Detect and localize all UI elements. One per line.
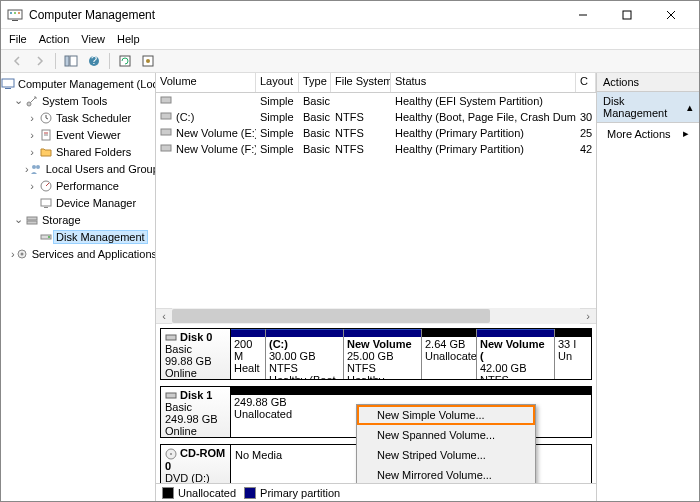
svg-rect-37 <box>161 145 171 151</box>
clock-icon <box>39 111 53 125</box>
close-button[interactable] <box>649 1 693 29</box>
disk-row[interactable]: Disk 0 Basic 99.88 GB Online 200 MHealt … <box>160 328 592 380</box>
expand-icon[interactable]: › <box>25 180 39 192</box>
volume-list[interactable]: SimpleBasicHealthy (EFI System Partition… <box>156 93 596 157</box>
svg-rect-39 <box>166 393 176 398</box>
svg-rect-0 <box>8 10 22 19</box>
scroll-thumb[interactable] <box>172 309 490 323</box>
show-hide-tree-button[interactable] <box>61 51 81 71</box>
partition[interactable]: New Volume (42.00 GB NTFSHealthy (Prima <box>477 329 555 379</box>
disk-map: Disk 0 Basic 99.88 GB Online 200 MHealt … <box>156 324 596 483</box>
menu-new-simple-volume[interactable]: New Simple Volume... <box>357 405 535 425</box>
tree-root[interactable]: Computer Management (Local <box>18 78 156 90</box>
navigation-tree[interactable]: Computer Management (Local ⌄System Tools… <box>1 73 156 501</box>
collapse-icon[interactable]: ⌄ <box>11 213 25 226</box>
volume-icon <box>160 110 174 124</box>
device-icon <box>39 196 53 210</box>
chevron-right-icon: ▸ <box>683 127 689 140</box>
title-bar: Computer Management <box>1 1 699 29</box>
volume-row[interactable]: (C:)SimpleBasicNTFSHealthy (Boot, Page F… <box>156 109 596 125</box>
svg-rect-28 <box>27 217 37 220</box>
tree-event-viewer[interactable]: Event Viewer <box>56 129 121 141</box>
list-scrollbar[interactable]: ‹ › <box>156 308 596 324</box>
legend-swatch-unallocated <box>162 487 174 499</box>
folder-icon <box>39 145 53 159</box>
tree-device-manager[interactable]: Device Manager <box>56 197 136 209</box>
menu-file[interactable]: File <box>9 33 27 45</box>
col-fs[interactable]: File System <box>331 73 391 92</box>
svg-text:?: ? <box>91 55 97 66</box>
svg-point-15 <box>146 59 150 63</box>
svg-point-18 <box>27 102 31 106</box>
svg-rect-1 <box>12 20 18 21</box>
collapse-icon[interactable]: ⌄ <box>11 94 25 107</box>
maximize-button[interactable] <box>605 1 649 29</box>
scroll-right-button[interactable]: › <box>580 308 596 324</box>
expand-icon[interactable]: › <box>25 129 39 141</box>
menu-help[interactable]: Help <box>117 33 140 45</box>
tree-performance[interactable]: Performance <box>56 180 119 192</box>
disk-info: Disk 0 Basic 99.88 GB Online <box>161 329 231 379</box>
disk-info: CD-ROM 0 DVD (D:) <box>161 445 231 483</box>
menu-new-spanned-volume[interactable]: New Spanned Volume... <box>357 425 535 445</box>
tree-disk-management[interactable]: Disk Management <box>53 230 148 244</box>
partition[interactable]: New Volume25.00 GB NTFSHealthy (Prima <box>344 329 422 379</box>
tree-shared-folders[interactable]: Shared Folders <box>56 146 131 158</box>
context-menu: New Simple Volume... New Spanned Volume.… <box>356 404 536 483</box>
col-volume[interactable]: Volume <box>156 73 256 92</box>
tools-icon <box>25 94 39 108</box>
volume-row[interactable]: New Volume (E:)SimpleBasicNTFSHealthy (P… <box>156 125 596 141</box>
tree-services[interactable]: Services and Applications <box>32 248 156 260</box>
menu-view[interactable]: View <box>81 33 105 45</box>
cd-icon <box>165 448 177 460</box>
col-layout[interactable]: Layout <box>256 73 299 92</box>
svg-point-24 <box>36 165 40 169</box>
more-actions-item[interactable]: More Actions▸ <box>597 123 699 144</box>
volume-row[interactable]: New Volume (F:)SimpleBasicNTFSHealthy (P… <box>156 141 596 157</box>
refresh-button[interactable] <box>115 51 135 71</box>
tree-local-users[interactable]: Local Users and Groups <box>46 163 156 175</box>
expand-icon[interactable]: › <box>25 146 39 158</box>
forward-button[interactable] <box>30 51 50 71</box>
partition-unallocated[interactable]: 33 IUn <box>555 329 591 379</box>
volume-row[interactable]: SimpleBasicHealthy (EFI System Partition… <box>156 93 596 109</box>
services-icon <box>15 247 29 261</box>
chevron-up-icon[interactable]: ▴ <box>687 101 693 114</box>
storage-icon <box>25 213 39 227</box>
app-icon <box>7 7 23 23</box>
menu-new-mirrored-volume[interactable]: New Mirrored Volume... <box>357 465 535 483</box>
svg-point-4 <box>18 12 20 14</box>
partition-unallocated[interactable]: 2.64 GBUnallocate <box>422 329 477 379</box>
help-button[interactable]: ? <box>84 51 104 71</box>
settings-button[interactable] <box>138 51 158 71</box>
col-status[interactable]: Status <box>391 73 576 92</box>
svg-point-31 <box>48 236 50 238</box>
svg-point-41 <box>170 453 172 455</box>
col-c[interactable]: C <box>576 73 596 92</box>
partition[interactable]: 200 MHealt <box>231 329 266 379</box>
svg-rect-26 <box>41 199 51 206</box>
svg-rect-27 <box>44 207 48 208</box>
svg-rect-16 <box>2 79 14 87</box>
svg-rect-38 <box>166 335 176 340</box>
col-type[interactable]: Type <box>299 73 331 92</box>
back-button[interactable] <box>7 51 27 71</box>
tree-storage[interactable]: Storage <box>42 214 81 226</box>
partition[interactable]: (C:)30.00 GB NTFSHealthy (Boot, <box>266 329 344 379</box>
menu-new-striped-volume[interactable]: New Striped Volume... <box>357 445 535 465</box>
volume-icon <box>160 94 174 108</box>
toolbar: ? <box>1 49 699 73</box>
volume-icon <box>160 142 174 156</box>
window-title: Computer Management <box>29 8 561 22</box>
svg-rect-36 <box>161 129 171 135</box>
expand-icon[interactable]: › <box>25 112 39 124</box>
main-panel: Volume Layout Type File System Status C … <box>156 73 597 501</box>
tree-system-tools[interactable]: System Tools <box>42 95 107 107</box>
volume-list-header: Volume Layout Type File System Status C <box>156 73 596 93</box>
scroll-left-button[interactable]: ‹ <box>156 308 172 324</box>
menu-action[interactable]: Action <box>39 33 70 45</box>
tree-task-scheduler[interactable]: Task Scheduler <box>56 112 131 124</box>
volume-icon <box>160 126 174 140</box>
users-icon <box>29 162 43 176</box>
minimize-button[interactable] <box>561 1 605 29</box>
